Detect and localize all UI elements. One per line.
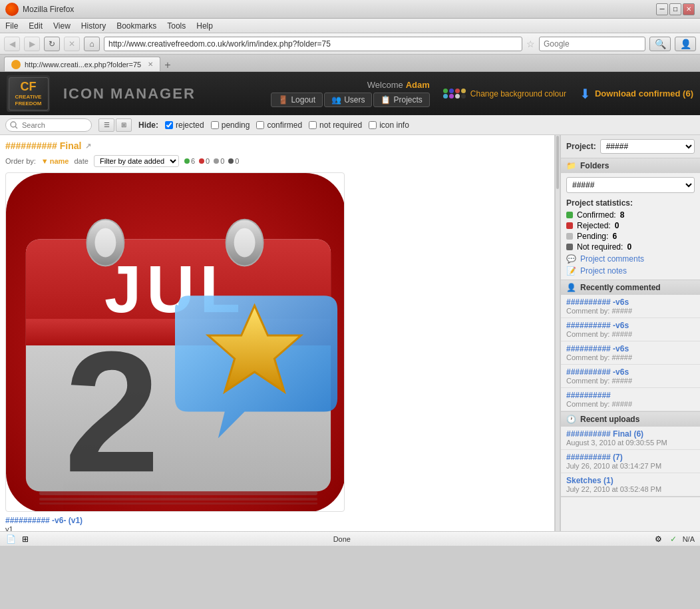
security-icon: ✓	[668, 534, 679, 544]
menu-bookmarks[interactable]: Bookmarks	[111, 20, 162, 32]
color-blue	[449, 89, 454, 93]
maximize-button[interactable]: □	[669, 3, 681, 15]
upload-name-1: ########## (7)	[566, 453, 695, 462]
svg-rect-13	[39, 503, 317, 505]
ff-avatar-button[interactable]: 👤	[675, 37, 696, 51]
view-toggle: ☰ ⊞	[98, 118, 132, 132]
search-input[interactable]	[5, 118, 92, 132]
logout-button[interactable]: 🚪 Logout	[271, 93, 323, 107]
close-button[interactable]: ✕	[683, 3, 695, 15]
filter-icon-info[interactable]: icon info	[369, 120, 409, 130]
folder-dropdown[interactable]: #####	[566, 177, 695, 193]
upload-name-2: Sketches (1)	[566, 476, 695, 485]
recent-name-3: ########## -v6s	[566, 367, 695, 377]
recent-name-1: ########## -v6s	[566, 321, 695, 330]
grid-view-button[interactable]: ⊞	[116, 118, 132, 132]
folders-header: 📁 Folders	[561, 158, 700, 173]
menu-file[interactable]: File	[0, 20, 23, 32]
confirmed-value: 8	[620, 210, 625, 220]
upload-items-list: ########## Final (6) August 3, 2010 at 0…	[561, 427, 700, 497]
confirmed-stat: Confirmed: 8	[566, 210, 695, 220]
list-view-button[interactable]: ☰	[98, 118, 114, 132]
browser-titlebar: Mozilla Firefox ─ □ ✕	[0, 0, 700, 19]
not-required-checkbox[interactable]	[309, 121, 317, 129]
recent-comment-1: Comment by: #####	[566, 330, 695, 338]
browser-tab[interactable]: http://www.creati...ex.php?folder=75 ✕	[4, 57, 160, 71]
tab-close-button[interactable]: ✕	[148, 61, 153, 68]
green-dot	[184, 158, 190, 164]
forward-button[interactable]: ▶	[24, 37, 40, 51]
status-left: 📄 ⊞	[5, 534, 31, 544]
home-button[interactable]: ⌂	[84, 37, 100, 51]
projects-button[interactable]: 📋 Projects	[373, 93, 429, 107]
upload-item-2[interactable]: Sketches (1) July 22, 2010 at 03:52:48 P…	[561, 473, 700, 497]
browser-search-input[interactable]	[539, 37, 645, 51]
pending-checkbox[interactable]	[211, 121, 219, 129]
color-green	[443, 89, 448, 93]
filter-confirmed[interactable]: confirmed	[256, 120, 302, 130]
upload-item-1[interactable]: ########## (7) July 26, 2010 at 03:14:27…	[561, 450, 700, 473]
rejected-value: 0	[615, 221, 619, 230]
icon-info-checkbox[interactable]	[369, 121, 377, 129]
upload-date-2: July 22, 2010 at 03:52:48 PM	[566, 485, 695, 493]
icon-name[interactable]: ########## -v6- (v1)	[5, 516, 549, 525]
color-yellow	[461, 89, 466, 93]
recently-commented-section: 👤 Recently commented ########## -v6s Com…	[561, 280, 700, 412]
icon-version: v1	[5, 525, 549, 531]
folder-external-link[interactable]: ↗	[85, 142, 91, 150]
app-title: ICON MANAGER	[63, 85, 196, 102]
menu-edit[interactable]: Edit	[23, 20, 48, 32]
logo-inner: CF CREATIVE FREEDOM	[9, 77, 49, 110]
left-scrollbar[interactable]	[555, 135, 560, 531]
confirmed-checkbox[interactable]	[256, 121, 264, 129]
stop-button[interactable]: ✕	[64, 37, 80, 51]
reload-button[interactable]: ↻	[44, 37, 60, 51]
status-text: Done	[333, 535, 351, 543]
project-select[interactable]: #####	[600, 139, 695, 154]
recent-item-3[interactable]: ########## -v6s Comment by: #####	[561, 365, 700, 388]
menu-view[interactable]: View	[48, 20, 76, 32]
rejected-checkbox[interactable]	[165, 121, 173, 129]
menu-history[interactable]: History	[76, 20, 111, 32]
minimize-button[interactable]: ─	[656, 3, 668, 15]
download-confirmed-button[interactable]: ⬇ Download confirmed (6)	[580, 86, 693, 102]
filter-date-select[interactable]: Filter by date added	[94, 155, 179, 167]
recent-comment-icon: 👤	[566, 283, 576, 292]
recent-item-1[interactable]: ########## -v6s Comment by: #####	[561, 318, 700, 341]
project-notes-link[interactable]: 📝 Project notes	[566, 266, 695, 276]
change-background-button[interactable]: Change background colour	[443, 89, 566, 99]
project-label: Project:	[566, 142, 596, 151]
order-by-date[interactable]: date	[75, 157, 88, 165]
dark-count-badge: 0	[228, 157, 239, 165]
filter-pending[interactable]: pending	[211, 120, 250, 130]
status-noscript: N/A	[683, 535, 695, 543]
url-bar[interactable]	[104, 37, 522, 51]
bookmark-star-icon[interactable]: ☆	[526, 39, 535, 49]
order-by-name[interactable]: ▼ name	[41, 157, 69, 165]
project-comments-link[interactable]: 💬 Project comments	[566, 254, 695, 264]
browser-toolbar: ◀ ▶ ↻ ✕ ⌂ ☆ 🔍 👤	[0, 33, 700, 55]
upload-item-0[interactable]: ########## Final (6) August 3, 2010 at 0…	[561, 427, 700, 450]
icon-preview-image: JUL 2	[5, 172, 345, 512]
users-button[interactable]: 👥 Users	[324, 93, 372, 107]
new-tab-button[interactable]: +	[160, 59, 174, 71]
logout-icon: 🚪	[278, 95, 288, 104]
rejected-dot	[566, 222, 573, 229]
recent-item-4[interactable]: ########## Comment by: #####	[561, 388, 700, 411]
color-cyan	[443, 94, 448, 99]
not-required-stat: Not required: 0	[566, 242, 695, 252]
rejected-stat: Rejected: 0	[566, 221, 695, 230]
page-icon: 📄	[5, 534, 16, 544]
folders-content: ##### Project statistics: Confirmed: 8 R…	[561, 173, 700, 280]
menu-help[interactable]: Help	[191, 20, 218, 32]
sort-arrow-icon: ▼	[41, 157, 49, 165]
filter-rejected[interactable]: rejected	[165, 120, 204, 130]
ff-search-button[interactable]: 🔍	[649, 37, 671, 51]
comments-bubble-icon: 💬	[566, 254, 576, 264]
menu-tools[interactable]: Tools	[162, 20, 191, 32]
recent-item-2[interactable]: ########## -v6s Comment by: #####	[561, 341, 700, 365]
not-required-dot	[566, 244, 573, 250]
back-button[interactable]: ◀	[4, 37, 20, 51]
filter-not-required[interactable]: not required	[309, 120, 362, 130]
recent-item-0[interactable]: ########## -v6s Comment by: #####	[561, 295, 700, 318]
